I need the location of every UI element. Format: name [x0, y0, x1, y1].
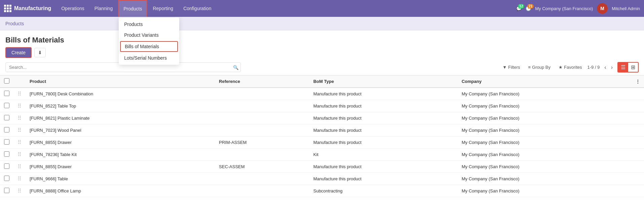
row-checkbox-cell — [0, 112, 13, 124]
nav-item-operations[interactable]: Operations — [56, 0, 89, 17]
favorites-button[interactable]: ★ Favorites — [556, 63, 584, 71]
row-product[interactable]: [FURN_78236] Table Kit — [26, 149, 215, 161]
dropdown-item-product-variants[interactable]: Product Variants — [119, 30, 179, 40]
list-view-button[interactable]: ☰ — [618, 63, 628, 72]
row-drag-handle[interactable]: ⠿ — [13, 161, 26, 173]
row-product[interactable]: [FURN_7800] Desk Combination — [26, 88, 215, 100]
row-checkbox[interactable] — [4, 151, 9, 157]
company-name[interactable]: My Company (San Francisco) — [535, 6, 593, 11]
row-drag-handle[interactable]: ⠿ — [13, 100, 26, 112]
row-product[interactable]: [FURN_8855] Drawer — [26, 161, 215, 173]
row-product[interactable]: [FURN_8621] Plastic Laminate — [26, 112, 215, 124]
pagination-controls: ‹ › — [602, 64, 615, 71]
row-drag-handle[interactable]: ⠿ — [13, 112, 26, 124]
table-row[interactable]: ⠿ [FURN_9666] Table Manufacture this pro… — [0, 173, 644, 185]
row-product[interactable]: [FURN_8522] Table Top — [26, 100, 215, 112]
table-row[interactable]: ⠿ [FURN_8621] Plastic Laminate Manufactu… — [0, 112, 644, 124]
row-bom-type: Kit — [309, 149, 458, 161]
table-row[interactable]: ⠿ [FURN_78236] Table Kit Kit My Company … — [0, 149, 644, 161]
table-row[interactable]: ⠿ [FURN_8888] Office Lamp Subcontracting… — [0, 185, 644, 197]
row-drag-handle[interactable]: ⠿ — [13, 185, 26, 197]
th-company[interactable]: Company — [458, 75, 632, 88]
row-drag-handle[interactable]: ⠿ — [13, 136, 26, 149]
view-toggle: ☰ ⊞ — [617, 62, 639, 72]
messages-badge[interactable]: 💬 12 — [516, 6, 522, 11]
favorites-icon: ★ — [559, 65, 563, 70]
more-columns-icon[interactable]: ⋮ — [636, 79, 640, 84]
activities-badge[interactable]: 🕐 21 — [526, 6, 531, 11]
row-checkbox[interactable] — [4, 91, 9, 96]
search-button[interactable]: 🔍 — [233, 65, 239, 70]
row-product[interactable]: [FURN_8855] Drawer — [26, 136, 215, 149]
row-checkbox[interactable] — [4, 176, 9, 181]
row-reference: PRIM-ASSEM — [215, 136, 309, 149]
dropdown-item-lots-serial-numbers[interactable]: Lots/Serial Numbers — [119, 53, 179, 63]
row-checkbox[interactable] — [4, 188, 9, 193]
table-row[interactable]: ⠿ [FURN_7800] Desk Combination Manufactu… — [0, 88, 644, 100]
dropdown-item-products[interactable]: Products — [119, 19, 179, 30]
drag-handle-icon: ⠿ — [17, 91, 22, 97]
download-button[interactable]: ⬇ — [34, 48, 46, 57]
row-checkbox-cell — [0, 149, 13, 161]
nav-right: 💬 12 🕐 21 My Company (San Francisco) M M… — [516, 3, 640, 14]
content-area: Bills of Materials Create ⬇ 🔍 ▼ Filters … — [0, 30, 644, 213]
nav-item-planning[interactable]: Planning — [90, 0, 118, 17]
activities-count: 21 — [527, 4, 534, 8]
row-checkbox[interactable] — [4, 127, 9, 132]
nav-items: Operations Planning Products Products Pr… — [56, 0, 216, 17]
user-name[interactable]: Mitchell Admin — [612, 6, 640, 11]
table-row[interactable]: ⠿ [FURN_7023] Wood Panel Manufacture thi… — [0, 124, 644, 136]
row-checkbox-cell — [0, 173, 13, 185]
drag-handle-icon: ⠿ — [17, 176, 22, 182]
row-more — [632, 124, 644, 136]
drag-handle-icon: ⠿ — [17, 103, 22, 109]
filters-button[interactable]: ▼ Filters — [500, 63, 523, 71]
th-more: ⋮ — [632, 75, 644, 88]
th-bom-type[interactable]: BoM Type — [309, 75, 458, 88]
table-row[interactable]: ⠿ [FURN_8855] Drawer PRIM-ASSEM Manufact… — [0, 136, 644, 149]
row-drag-handle[interactable]: ⠿ — [13, 124, 26, 136]
row-drag-handle[interactable]: ⠿ — [13, 149, 26, 161]
row-drag-handle[interactable]: ⠿ — [13, 88, 26, 100]
row-bom-type: Manufacture this product — [309, 136, 458, 149]
row-checkbox[interactable] — [4, 163, 9, 169]
table-row[interactable]: ⠿ [FURN_8522] Table Top Manufacture this… — [0, 100, 644, 112]
row-product[interactable]: [FURN_9666] Table — [26, 173, 215, 185]
prev-page-button[interactable]: ‹ — [602, 64, 608, 71]
nav-item-products[interactable]: Products Products Product Variants Bills… — [118, 0, 147, 17]
dropdown-item-bills-of-materials[interactable]: Bills of Materials — [120, 41, 178, 52]
row-checkbox-cell — [0, 100, 13, 112]
kanban-view-button[interactable]: ⊞ — [628, 63, 638, 72]
row-product[interactable]: [FURN_8888] Office Lamp — [26, 185, 215, 197]
th-reference[interactable]: Reference — [215, 75, 309, 88]
table-row[interactable]: ⠿ [FURN_8855] Drawer SEC-ASSEM Manufactu… — [0, 161, 644, 173]
select-all-checkbox[interactable] — [4, 78, 9, 84]
row-bom-type: Manufacture this product — [309, 124, 458, 136]
th-product[interactable]: Product — [26, 75, 215, 88]
nav-item-configuration[interactable]: Configuration — [179, 0, 216, 17]
row-more — [632, 112, 644, 124]
create-button[interactable]: Create — [5, 47, 32, 58]
nav-item-reporting[interactable]: Reporting — [148, 0, 178, 17]
avatar[interactable]: M — [597, 3, 608, 14]
row-company: My Company (San Francisco) — [458, 136, 632, 149]
breadcrumb-products[interactable]: Products — [5, 21, 24, 26]
app-logo[interactable]: Manufacturing — [4, 5, 51, 12]
group-by-icon: ≡ — [528, 65, 531, 70]
row-checkbox[interactable] — [4, 139, 9, 145]
row-checkbox[interactable] — [4, 103, 9, 108]
row-company: My Company (San Francisco) — [458, 173, 632, 185]
row-drag-handle[interactable]: ⠿ — [13, 173, 26, 185]
row-more — [632, 173, 644, 185]
row-checkbox-cell — [0, 161, 13, 173]
next-page-button[interactable]: › — [609, 64, 615, 71]
row-checkbox[interactable] — [4, 115, 9, 120]
row-bom-type: Manufacture this product — [309, 173, 458, 185]
row-product[interactable]: [FURN_7023] Wood Panel — [26, 124, 215, 136]
group-by-button[interactable]: ≡ Group By — [526, 63, 554, 71]
breadcrumb: Products — [0, 17, 644, 30]
row-reference — [215, 173, 309, 185]
data-table: Product Reference BoM Type Company ⋮ — [0, 75, 644, 197]
row-company: My Company (San Francisco) — [458, 100, 632, 112]
drag-handle-icon: ⠿ — [17, 140, 22, 145]
